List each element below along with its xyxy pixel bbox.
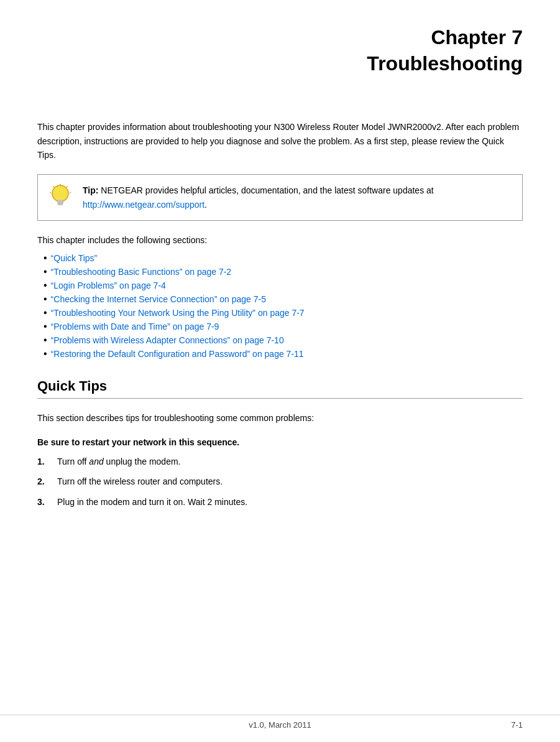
step-text: Turn off the wireless router and compute… xyxy=(57,475,223,488)
section-link[interactable]: “Login Problems” on page 7-4 xyxy=(51,281,166,290)
tip-text-end: . xyxy=(204,200,207,210)
chapter-header: Chapter 7 Troubleshooting xyxy=(37,25,523,83)
svg-rect-8 xyxy=(58,204,63,205)
section-link[interactable]: “Troubleshooting Basic Functions” on pag… xyxy=(51,267,232,277)
quick-tips-heading: Quick Tips xyxy=(37,378,523,399)
step-3: 3. Plug in the modem and turn it on. Wai… xyxy=(37,495,523,509)
svg-line-4 xyxy=(53,187,55,188)
list-item: “Login Problems” on page 7-4 xyxy=(44,280,523,291)
chapter-title: Chapter 7 Troubleshooting xyxy=(37,25,523,77)
step-text: Plug in the modem and turn it on. Wait 2… xyxy=(57,495,247,509)
page-footer: v1.0, March 2011 xyxy=(0,715,560,730)
section-link[interactable]: “Problems with Date and Time” on page 7-… xyxy=(51,322,219,332)
subsection-heading: Be sure to restart your network in this … xyxy=(37,437,523,447)
page-number: 7-1 xyxy=(511,720,523,730)
step-num: 3. xyxy=(37,495,50,509)
tip-link[interactable]: http://www.netgear.com/support xyxy=(83,200,204,210)
step-num: 2. xyxy=(37,475,50,488)
sections-intro: This chapter includes the following sect… xyxy=(37,233,523,247)
section-link[interactable]: “Troubleshooting Your Network Using the … xyxy=(51,308,305,318)
tip-label: Tip: xyxy=(83,185,98,195)
list-item: “Troubleshooting Your Network Using the … xyxy=(44,307,523,318)
tip-box: Tip: NETGEAR provides helpful articles, … xyxy=(37,174,523,221)
quick-tips-description: This section describes tips for troubles… xyxy=(37,411,523,425)
tip-text-before: NETGEAR provides helpful articles, docum… xyxy=(98,185,433,195)
svg-rect-6 xyxy=(57,200,63,202)
list-item: “Troubleshooting Basic Functions” on pag… xyxy=(44,266,523,277)
intro-paragraph: This chapter provides information about … xyxy=(37,120,523,162)
list-item: “Quick Tips” xyxy=(44,253,523,264)
list-item: “Checking the Internet Service Connectio… xyxy=(44,294,523,305)
step-text: Turn off and unplug the modem. xyxy=(57,455,180,468)
tip-content: Tip: NETGEAR provides helpful articles, … xyxy=(83,183,512,211)
section-link[interactable]: “Checking the Internet Service Connectio… xyxy=(51,294,266,304)
section-link[interactable]: “Restoring the Default Configuration and… xyxy=(51,349,304,359)
list-item: “Problems with Date and Time” on page 7-… xyxy=(44,321,523,332)
svg-rect-7 xyxy=(58,202,63,204)
section-link[interactable]: “Problems with Wireless Adapter Connecti… xyxy=(51,335,284,345)
svg-line-2 xyxy=(67,187,68,188)
list-item: “Restoring the Default Configuration and… xyxy=(44,348,523,359)
step-2: 2. Turn off the wireless router and comp… xyxy=(37,475,523,488)
section-link[interactable]: “Quick Tips” xyxy=(51,253,98,263)
sections-list: “Quick Tips” “Troubleshooting Basic Func… xyxy=(37,253,523,359)
tip-icon xyxy=(48,183,73,208)
svg-point-0 xyxy=(52,185,68,202)
step-num: 1. xyxy=(37,455,50,468)
list-item: “Problems with Wireless Adapter Connecti… xyxy=(44,335,523,346)
step-1: 1. Turn off and unplug the modem. xyxy=(37,455,523,468)
footer-version: v1.0, March 2011 xyxy=(249,720,311,730)
steps-list: 1. Turn off and unplug the modem. 2. Tur… xyxy=(37,455,523,509)
